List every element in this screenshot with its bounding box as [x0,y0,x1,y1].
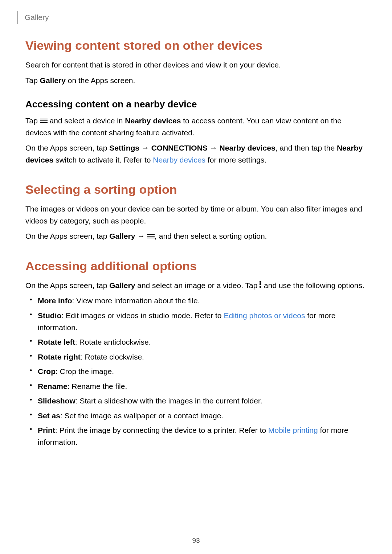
paragraph: On the Apps screen, tap Gallery → , and … [25,230,367,242]
text-bold: Print [38,426,55,434]
text: On the Apps screen, tap [25,144,109,152]
heading-additional-options: Accessing additional options [25,259,367,273]
text: , and then select a sorting option. [155,232,267,240]
text: , and then tap the [275,144,337,152]
paragraph: On the Apps screen, tap Settings → CONNE… [25,142,367,166]
menu-icon [147,233,155,239]
breadcrumb-text: Gallery [25,13,49,22]
list-item: Studio: Edit images or videos in studio … [25,310,367,333]
link-nearby-devices[interactable]: Nearby devices [153,156,205,164]
text: on the Apps screen. [66,76,135,85]
list-item: Set as: Set the image as wallpaper or a … [25,410,367,422]
text-bold: More info [38,296,72,305]
list-item: Rotate left: Rotate anticlockwise. [25,336,367,348]
list-item: Rotate right: Rotate clockwise. [25,351,367,363]
options-list: More info: View more information about t… [25,295,367,448]
list-item: Slideshow: Start a slideshow with the im… [25,395,367,407]
text: switch to activate it. Refer to [53,156,153,164]
text: Tap [25,76,40,85]
paragraph: Tap and select a device in Nearby device… [25,115,367,139]
text-bold: Gallery [109,281,135,290]
text-bold: Rotate right [38,353,81,361]
text-bold: Rename [38,382,68,390]
text: On the Apps screen, tap [25,281,109,290]
paragraph: The images or videos on your device can … [25,203,367,227]
list-item: Rename: Rename the file. [25,381,367,393]
text: and use the following options. [262,281,364,290]
list-item: Crop: Crop the image. [25,366,367,378]
subheading-accessing-nearby: Accessing content on a nearby device [25,99,367,110]
arrow: → [208,144,220,152]
text-bold: Set as [38,411,60,420]
paragraph: Search for content that is stored in oth… [25,59,367,71]
page-number: 93 [0,537,392,545]
paragraph: Tap Gallery on the Apps screen. [25,75,367,87]
text: for more settings. [205,156,266,164]
text-bold: Settings [109,144,139,152]
list-item: More info: View more information about t… [25,295,367,307]
text: : View more information about the file. [72,296,200,305]
text: : Rotate anticlockwise. [75,338,151,346]
heading-sorting-option: Selecting a sorting option [25,182,367,197]
text: : Start a slideshow with the images in t… [75,397,262,405]
text: : Edit images or videos in studio mode. … [61,311,224,320]
link-mobile-printing[interactable]: Mobile printing [268,426,318,434]
link-editing-photos[interactable]: Editing photos or videos [224,311,305,320]
text: : Rename the file. [68,382,127,390]
text: : Set the image as wallpaper or a contac… [60,411,223,420]
text-bold: CONNECTIONS [151,144,208,152]
list-item: Print: Print the image by connecting the… [25,424,367,448]
text-bold: Gallery [109,232,135,240]
text-bold: Gallery [40,76,66,85]
text: On the Apps screen, tap [25,232,109,240]
text: : Crop the image. [56,367,114,376]
text-bold: Studio [38,311,61,320]
text: and select an image or a video. Tap [135,281,260,290]
text: Tap [25,116,40,125]
text-bold: Slideshow [38,397,75,405]
text: and select a device in [48,116,125,125]
text-bold: Nearby devices [125,116,181,125]
arrow: → [139,144,151,152]
text: : Print the image by connecting the devi… [55,426,268,434]
text-bold: Rotate left [38,338,75,346]
text-bold: Crop [38,367,56,376]
breadcrumb: Gallery [17,11,367,24]
paragraph: On the Apps screen, tap Gallery and sele… [25,280,367,292]
heading-viewing-content: Viewing content stored on other devices [25,38,367,53]
text-bold: Nearby devices [220,144,275,152]
menu-icon [40,118,48,124]
text: : Rotate clockwise. [81,353,144,361]
arrow: → [135,232,147,240]
